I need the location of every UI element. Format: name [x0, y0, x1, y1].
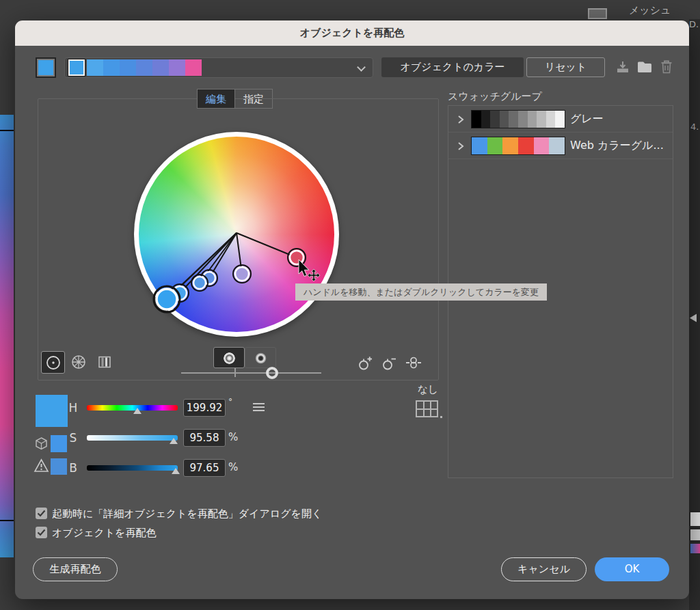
smooth-wheel-button[interactable]	[41, 351, 65, 374]
color-segment	[185, 59, 202, 76]
tooltip: ハンドルを移動、またはダブルクリックしてカラーを変更	[295, 283, 547, 301]
brightness-display-button[interactable]	[213, 347, 245, 368]
saturation-display-button[interactable]	[245, 347, 276, 368]
object-colors-button[interactable]: オブジェクトのカラー	[381, 57, 524, 77]
color-segment	[120, 59, 136, 76]
preset-selected-swatch	[68, 59, 85, 76]
swatch-group-label: Web カラーグル...	[570, 139, 664, 153]
checkbox[interactable]	[36, 508, 47, 519]
active-color-swatch-button[interactable]	[36, 57, 56, 78]
brightness-slider[interactable]	[87, 465, 178, 471]
brightness-slider-thumb[interactable]	[172, 468, 180, 474]
color-segment	[555, 111, 565, 128]
brightness-label: B	[67, 461, 79, 475]
color-segment	[103, 59, 120, 76]
swatch-group-strip	[472, 111, 565, 128]
remove-color-icon[interactable]	[381, 354, 399, 372]
saturation-unit: %	[228, 431, 238, 443]
color-wheel[interactable]	[134, 132, 339, 337]
link-harmony-icon[interactable]	[405, 354, 422, 372]
menu-icon[interactable]	[253, 403, 265, 412]
add-color-icon[interactable]	[357, 354, 375, 372]
swatch-grid-dot	[440, 416, 442, 418]
color-segment	[136, 59, 152, 76]
check-icon	[37, 510, 46, 517]
color-preset-dropdown[interactable]	[64, 57, 373, 78]
background-swatch	[690, 512, 700, 526]
saturation-slider-thumb[interactable]	[170, 438, 178, 444]
smooth-wheel-icon	[45, 355, 62, 371]
brightness-display-icon	[224, 352, 235, 364]
folder-icon[interactable]	[636, 60, 653, 74]
background-swatch	[690, 544, 700, 553]
color-segment	[472, 111, 481, 128]
color-segment	[87, 59, 103, 76]
saturation-label: S	[67, 431, 79, 445]
gamut-cube-swatch[interactable]	[51, 435, 67, 452]
brightness-slider-knob[interactable]	[266, 367, 278, 379]
brightness-value-field[interactable]: 97.65	[183, 459, 226, 477]
color-segment	[546, 111, 556, 128]
hue-slider[interactable]	[87, 405, 178, 411]
panel-collapse-arrow-icon[interactable]	[689, 314, 697, 322]
swatch-group-strip	[472, 137, 565, 154]
generative-recolor-button[interactable]: 生成再配色	[33, 557, 118, 581]
screen: メッシュ D. 4. オブジェクトを再配色 オブジェクトのカラー リセット	[0, 0, 700, 610]
reset-button[interactable]: リセット	[526, 57, 605, 77]
saturation-value-field[interactable]: 95.58	[183, 429, 226, 447]
color-segment	[534, 137, 550, 154]
tab-edit[interactable]: 編集	[197, 89, 235, 109]
color-segment	[528, 111, 537, 128]
mesh-panel-label: メッシュ	[629, 4, 671, 17]
color-bars-icon	[96, 354, 113, 370]
background-swatch	[690, 529, 700, 540]
panel-text-fragment: 4.	[690, 122, 699, 132]
ok-button[interactable]: OK	[595, 557, 669, 581]
hue-slider-thumb[interactable]	[133, 408, 142, 414]
color-segment	[169, 59, 185, 76]
swatch-group-row[interactable]: グレー	[448, 106, 673, 133]
color-wheel-face[interactable]	[139, 137, 334, 332]
color-segment	[472, 137, 487, 154]
save-icon[interactable]	[615, 59, 630, 74]
cube-icon[interactable]	[34, 436, 49, 451]
color-segment	[502, 137, 518, 154]
brightness-slider-tick	[234, 368, 236, 377]
color-segment	[509, 111, 518, 128]
chevron-right-icon[interactable]	[455, 113, 466, 126]
active-color-swatch	[38, 60, 53, 75]
brightness-slider-track[interactable]	[181, 372, 321, 374]
checkbox[interactable]	[36, 527, 47, 538]
swatch-group-row[interactable]: Web カラーグル...	[448, 133, 673, 159]
trash-icon[interactable]	[659, 59, 674, 74]
panel-text-fragment: D.	[689, 19, 700, 29]
color-segment	[500, 111, 509, 128]
saturation-display-icon	[255, 352, 267, 364]
preset-color-strip	[87, 59, 202, 76]
color-segment	[152, 59, 169, 76]
color-segment	[481, 111, 491, 128]
mesh-panel-icon	[588, 8, 607, 19]
swatch-groups-header: スウォッチグループ	[448, 90, 542, 103]
swatch-group-label: グレー	[570, 112, 604, 126]
chevron-down-icon	[357, 63, 366, 72]
segmented-wheel-button[interactable]	[67, 351, 91, 374]
hue-value-field[interactable]: 199.92	[183, 399, 226, 417]
gamut-warning-swatch[interactable]	[51, 458, 67, 475]
check-icon	[37, 529, 46, 536]
swatch-grid-icon[interactable]	[416, 400, 438, 417]
color-segment	[518, 137, 534, 154]
none-label: なし	[416, 383, 440, 396]
brightness-unit: %	[228, 461, 238, 473]
gamut-warning-icon[interactable]	[33, 458, 49, 473]
cancel-button[interactable]: キャンセル	[501, 557, 587, 581]
artwork-preview	[0, 115, 14, 557]
artwork-divider	[0, 130, 14, 131]
recolor-artwork-dialog: オブジェクトを再配色 オブジェクトのカラー リセット 編集 指定	[15, 20, 689, 599]
saturation-slider[interactable]	[87, 435, 178, 441]
color-segment	[537, 111, 546, 128]
color-bars-button[interactable]	[93, 351, 117, 374]
chevron-right-icon[interactable]	[455, 140, 466, 152]
hue-unit: °	[228, 397, 232, 406]
color-segment	[549, 137, 565, 154]
